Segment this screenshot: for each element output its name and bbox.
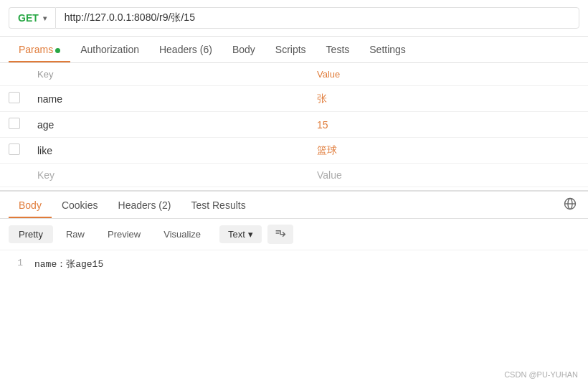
tab-authorization[interactable]: Authorization	[70, 37, 149, 62]
tab-response-cookies[interactable]: Cookies	[52, 192, 108, 218]
method-label: GET	[18, 12, 39, 24]
row-checkbox-2[interactable]	[9, 118, 20, 129]
line-number: 1	[9, 258, 23, 270]
value-column-header: Value	[308, 63, 588, 86]
watermark: CSDN @PU-YUHAN	[504, 370, 578, 379]
request-tabs: Params Authorization Headers (6) Body Sc…	[0, 37, 588, 63]
response-line-1: 1 name：张age15	[9, 258, 579, 270]
method-selector[interactable]: GET ▾	[9, 7, 55, 29]
value-cell-age: 15	[308, 112, 588, 138]
key-cell-name: name	[29, 86, 308, 112]
tab-tests[interactable]: Tests	[316, 37, 360, 62]
pretty-button[interactable]: Pretty	[9, 225, 53, 243]
table-row: age 15	[0, 112, 588, 138]
key-placeholder[interactable]: Key	[29, 164, 308, 187]
row-checkbox-3[interactable]	[9, 143, 20, 155]
table-row: like 篮球	[0, 138, 588, 164]
tab-response-body[interactable]: Body	[9, 192, 52, 218]
tab-response-test-results[interactable]: Test Results	[181, 192, 255, 218]
tab-params[interactable]: Params	[9, 37, 70, 62]
visualize-button[interactable]: Visualize	[153, 225, 211, 243]
preview-button[interactable]: Preview	[98, 225, 151, 243]
key-column-header: Key	[29, 63, 308, 86]
tab-headers[interactable]: Headers (6)	[149, 37, 222, 62]
value-cell-like: 篮球	[308, 138, 588, 164]
table-row: name 张	[0, 86, 588, 112]
chevron-down-icon: ▾	[43, 14, 47, 22]
raw-button[interactable]: Raw	[56, 225, 95, 243]
table-row-placeholder: Key Value	[0, 164, 588, 187]
line-content: name：张age15	[34, 258, 103, 270]
key-cell-like: like	[29, 138, 308, 164]
value-cell-name: 张	[308, 86, 588, 112]
response-toolbar: Pretty Raw Preview Visualize Text ▾	[0, 219, 588, 250]
response-tabs: Body Cookies Headers (2) Test Results	[0, 192, 588, 219]
tab-body[interactable]: Body	[222, 37, 265, 62]
response-section: Body Cookies Headers (2) Test Results Pr…	[0, 190, 588, 278]
tab-scripts[interactable]: Scripts	[265, 37, 316, 62]
params-table: Key Value name 张 age 15 like 篮球 Key Valu…	[0, 63, 588, 187]
url-input[interactable]	[55, 7, 579, 29]
globe-icon[interactable]	[561, 192, 579, 218]
wrap-button[interactable]	[267, 225, 293, 244]
row-checkbox-1[interactable]	[9, 92, 20, 103]
url-bar: GET ▾	[0, 0, 588, 37]
tab-response-headers[interactable]: Headers (2)	[108, 192, 181, 218]
chevron-down-icon: ▾	[248, 229, 253, 240]
key-cell-age: age	[29, 112, 308, 138]
text-format-dropdown[interactable]: Text ▾	[219, 225, 262, 243]
tab-settings[interactable]: Settings	[359, 37, 416, 62]
response-body: 1 name：张age15	[0, 250, 588, 278]
value-placeholder[interactable]: Value	[308, 164, 588, 187]
params-dot	[55, 48, 60, 53]
